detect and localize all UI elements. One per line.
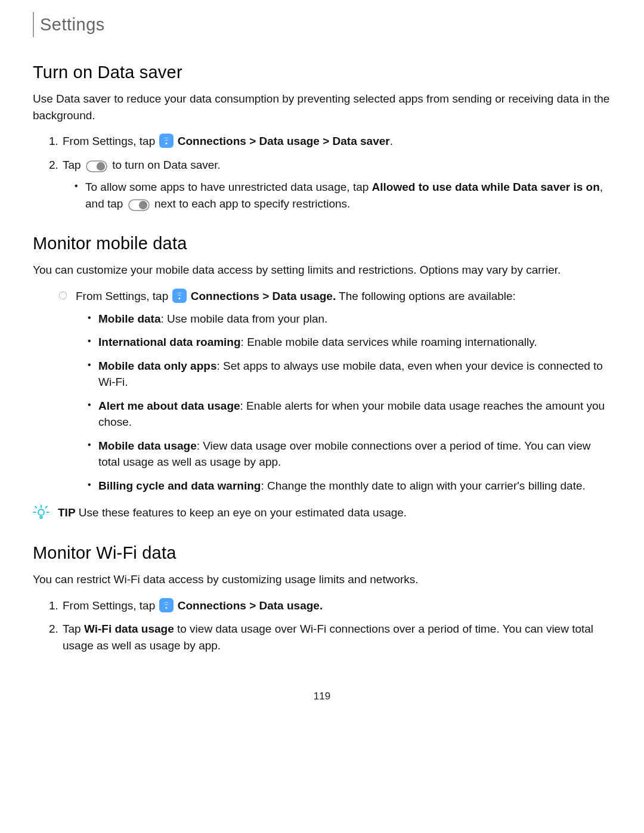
wifi-icon <box>159 598 174 612</box>
toggle-icon <box>128 199 150 211</box>
sub-list: To allow some apps to have unrestricted … <box>63 179 611 212</box>
svg-line-9 <box>46 507 47 508</box>
svg-point-4 <box>38 510 44 516</box>
step-text: Tap <box>63 623 84 635</box>
intro-text: Use Data saver to reduce your data consu… <box>33 91 611 123</box>
step-text: The following options are available: <box>336 290 516 302</box>
svg-point-3 <box>138 201 147 209</box>
page-content: Settings Turn on Data saver Use Data sav… <box>0 0 644 722</box>
lightbulb-icon <box>33 503 49 520</box>
step-text: From Settings, tap <box>63 599 159 612</box>
step-item: From Settings, tap Connections > Data us… <box>61 133 611 150</box>
wifi-icon <box>159 134 174 148</box>
step-item: From Settings, tap Connections > Data us… <box>61 288 611 494</box>
tip-callout: TIP Use these features to keep an eye on… <box>33 504 611 521</box>
option-name: Billing cycle and data warning <box>98 479 261 492</box>
svg-line-8 <box>35 507 36 508</box>
option-item: International data roaming: Enable mobil… <box>88 334 611 351</box>
option-name: Wi-Fi data usage <box>84 623 174 635</box>
breadcrumb: Settings <box>33 12 105 37</box>
nav-path: Connections > Data usage > Data saver <box>178 135 390 147</box>
step-item: Tap Wi-Fi data usage to view data usage … <box>61 621 611 654</box>
steps-list: From Settings, tap Connections > Data us… <box>33 133 611 212</box>
nav-path: Connections > Data usage. <box>191 290 336 302</box>
step-text: . <box>390 135 393 147</box>
option-item: Mobile data: Use mobile data from your p… <box>88 311 611 327</box>
steps-list: From Settings, tap Connections > Data us… <box>33 597 611 654</box>
option-name: Mobile data only apps <box>98 360 216 372</box>
step-item: From Settings, tap Connections > Data us… <box>61 597 611 614</box>
toggle-icon <box>86 160 107 172</box>
heading-monitor-mobile-data: Monitor mobile data <box>33 231 611 256</box>
step-text: From Settings, tap <box>76 290 172 302</box>
wifi-icon <box>172 289 187 303</box>
option-desc: : Use mobile data from your plan. <box>161 312 328 325</box>
heading-turn-on-data-saver: Turn on Data saver <box>33 60 611 85</box>
intro-text: You can restrict Wi-Fi data access by cu… <box>33 571 611 588</box>
step-item: Tap to turn on Data saver. To allow some… <box>61 157 611 212</box>
sub-item: To allow some apps to have unrestricted … <box>75 179 611 212</box>
intro-text: You can customize your mobile data acces… <box>33 262 611 278</box>
option-item: Billing cycle and data warning: Change t… <box>88 478 611 494</box>
option-name: Allowed to use data while Data saver is … <box>372 181 600 193</box>
circle-steps: From Settings, tap Connections > Data us… <box>33 288 611 494</box>
step-text: From Settings, tap <box>63 135 159 147</box>
option-desc: : Enable mobile data services while roam… <box>241 336 537 348</box>
options-list: Mobile data: Use mobile data from your p… <box>76 311 611 494</box>
option-item: Mobile data usage: View data usage over … <box>88 438 611 470</box>
option-name: Mobile data usage <box>98 439 197 452</box>
option-desc: : Change the monthly date to align with … <box>261 479 585 492</box>
sub-text: To allow some apps to have unrestricted … <box>85 181 372 193</box>
tip-text-wrap: TIP Use these features to keep an eye on… <box>58 504 407 521</box>
svg-point-1 <box>97 162 105 171</box>
nav-path: Connections > Data usage. <box>178 599 323 612</box>
step-text: Tap <box>63 159 84 171</box>
option-name: Mobile data <box>98 312 161 325</box>
option-item: Alert me about data usage: Enable alerts… <box>88 398 611 431</box>
option-name: International data roaming <box>98 336 241 348</box>
page-number: 119 <box>33 689 611 704</box>
tip-text: Use these features to keep an eye on you… <box>76 506 407 519</box>
step-text: to turn on Data saver. <box>112 159 221 171</box>
sub-text: next to each app to specify restrictions… <box>154 197 350 210</box>
tip-label: TIP <box>58 506 76 519</box>
option-item: Mobile data only apps: Set apps to alway… <box>88 358 611 391</box>
breadcrumb-wrap: Settings <box>33 12 611 37</box>
heading-monitor-wifi-data: Monitor Wi-Fi data <box>33 540 611 565</box>
option-name: Alert me about data usage <box>98 400 240 412</box>
